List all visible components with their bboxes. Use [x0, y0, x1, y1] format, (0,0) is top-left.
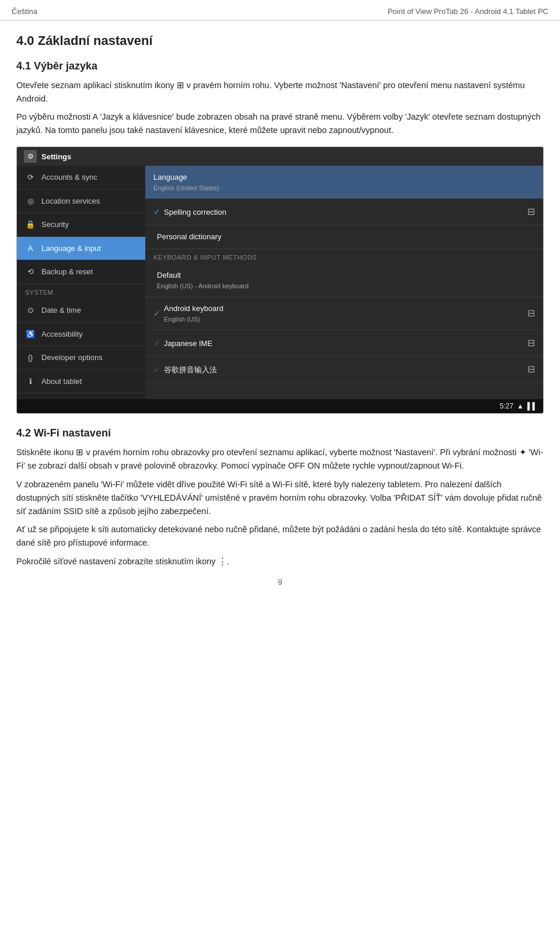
sidebar-item-security[interactable]: 🔒 Security [17, 213, 145, 237]
spelling-action-icon: ⊟ [527, 205, 535, 219]
panel-language-title: Language [153, 172, 535, 183]
panel-item-default[interactable]: Default English (US) - Android keyboard [145, 264, 543, 297]
sidebar-label-about-tablet: About tablet [41, 376, 82, 387]
sidebar-item-backup-reset[interactable]: ⟲ Backup & reset [17, 260, 145, 284]
sidebar-item-date-time[interactable]: ⊙ Date & time [17, 299, 145, 323]
panel-item-language[interactable]: Language English (United States) [145, 166, 543, 199]
keyboard-section-header: KEYBOARD & INPUT METHODS [145, 249, 543, 264]
google-pinyin-check-icon: ✓ [153, 364, 160, 376]
section-42: 4.2 Wi-Fi nastavení Stiskněte ikonu ⊞ v … [16, 425, 544, 568]
panel-language-subtitle: English (United States) [153, 183, 535, 193]
panel-spelling-text: Spelling correction [164, 207, 523, 218]
panel-personal-dict-title: Personal dictionary [157, 231, 535, 243]
panel-language-text: Language English (United States) [153, 172, 535, 193]
sidebar-item-location-services[interactable]: ◎ Location services [17, 190, 145, 214]
settings-sidebar: ⟳ Accounts & sync ◎ Location services 🔒 … [17, 166, 145, 399]
language-input-icon: A [25, 243, 36, 254]
signal-icon: ▌▌ [527, 401, 537, 411]
sidebar-item-accounts-sync[interactable]: ⟳ Accounts & sync [17, 166, 145, 190]
accounts-sync-icon: ⟳ [25, 172, 36, 183]
sidebar-item-accessibility[interactable]: ♿ Accessibility [17, 323, 145, 347]
android-keyboard-action-icon: ⊟ [527, 306, 535, 320]
screenshot-title: Settings [41, 151, 71, 163]
android-keyboard-check-icon: ✓ [153, 308, 160, 320]
panel-item-spelling-correction[interactable]: ✓ Spelling correction ⊟ [145, 199, 543, 225]
section-42-title: 4.2 Wi-Fi nastavení [16, 425, 544, 441]
page-header: Čeština Point of View ProTab 26 - Androi… [0, 0, 560, 20]
section-42-para3: Ať už se připojujete k síti automaticky … [16, 523, 544, 550]
page-footer: 9 [16, 573, 544, 595]
system-section-header: SYSTEM [17, 284, 145, 299]
main-title: 4.0 Základní nastavení [16, 31, 544, 50]
section-41-title: 4.1 Výběr jazyka [16, 58, 544, 74]
about-tablet-icon: ℹ [25, 376, 36, 387]
sidebar-label-accessibility: Accessibility [41, 329, 83, 340]
japanese-ime-check-icon: ✓ [153, 337, 160, 350]
page-number: 9 [278, 578, 282, 586]
panel-personal-dict-text: Personal dictionary [157, 231, 535, 243]
settings-panel: Language English (United States) ✓ Spell… [145, 166, 543, 399]
sidebar-item-language-input[interactable]: A Language & input [17, 237, 145, 261]
panel-default-title: Default [157, 270, 535, 281]
wifi-icon: ▲ [517, 401, 524, 411]
section-42-para2: V zobrazeném panelu 'Wi-Fi' můžete vidět… [16, 478, 544, 519]
header-left: Čeština [12, 6, 37, 18]
header-right: Point of View ProTab 26 - Android 4.1 Ta… [387, 6, 548, 18]
screenshot-topbar: ⚙ Settings [17, 147, 543, 166]
sidebar-label-location-services: Location services [41, 195, 100, 207]
page-content: 4.0 Základní nastavení 4.1 Výběr jazyka … [0, 20, 560, 601]
spelling-check-icon: ✓ [153, 206, 160, 218]
sidebar-item-developer-options[interactable]: {} Developer options [17, 346, 145, 370]
date-time-icon: ⊙ [25, 305, 36, 316]
panel-item-android-keyboard[interactable]: ✓ Android keyboard English (US) ⊟ [145, 297, 543, 330]
sidebar-label-language-input: Language & input [41, 243, 101, 254]
panel-android-keyboard-title: Android keyboard [164, 303, 523, 315]
panel-google-pinyin-text: 谷歌拼音输入法 [164, 364, 523, 376]
google-pinyin-action-icon: ⊟ [527, 362, 535, 376]
section-41-para2: Po výběru možnosti A 'Jazyk a klávesnice… [16, 110, 544, 137]
backup-reset-icon: ⟲ [25, 267, 36, 277]
sidebar-label-backup-reset: Backup & reset [41, 266, 93, 278]
panel-android-keyboard-text: Android keyboard English (US) [164, 303, 523, 324]
panel-item-google-pinyin[interactable]: ✓ 谷歌拼音输入法 ⊟ [145, 357, 543, 383]
security-icon: 🔒 [25, 219, 36, 230]
sidebar-label-accounts-sync: Accounts & sync [41, 172, 97, 183]
sidebar-label-date-time: Date & time [41, 305, 81, 316]
accessibility-icon: ♿ [25, 329, 36, 340]
screenshot-mockup: ⚙ Settings ⟳ Accounts & sync ◎ Location … [16, 146, 544, 414]
status-time: 5:27 [500, 401, 513, 411]
settings-app-icon: ⚙ [24, 150, 37, 163]
panel-item-personal-dictionary[interactable]: Personal dictionary [145, 225, 543, 249]
section-42-para1: Stiskněte ikonu ⊞ v pravém horním rohu o… [16, 446, 544, 473]
section-41-para1: Otevřete seznam aplikací stisknutím ikon… [16, 79, 544, 106]
panel-android-keyboard-subtitle: English (US) [164, 315, 523, 324]
panel-japanese-ime-text: Japanese IME [164, 338, 523, 350]
japanese-ime-action-icon: ⊟ [527, 336, 535, 350]
developer-options-icon: {} [25, 352, 36, 363]
sidebar-label-developer-options: Developer options [41, 352, 103, 364]
sidebar-item-about-tablet[interactable]: ℹ About tablet [17, 370, 145, 394]
screenshot-body: ⟳ Accounts & sync ◎ Location services 🔒 … [17, 166, 543, 399]
panel-spelling-title: Spelling correction [164, 207, 523, 218]
panel-item-japanese-ime[interactable]: ✓ Japanese IME ⊟ [145, 330, 543, 357]
location-services-icon: ◎ [25, 196, 36, 207]
section-42-para4: Pokročilé síťové nastavení zobrazíte sti… [16, 555, 544, 568]
panel-google-pinyin-title: 谷歌拼音输入法 [164, 364, 523, 376]
panel-default-text: Default English (US) - Android keyboard [157, 270, 535, 291]
panel-default-subtitle: English (US) - Android keyboard [157, 281, 535, 291]
sidebar-label-security: Security [41, 219, 69, 230]
screenshot-statusbar: 5:27 ▲ ▌▌ [17, 399, 543, 413]
panel-japanese-ime-title: Japanese IME [164, 338, 523, 350]
